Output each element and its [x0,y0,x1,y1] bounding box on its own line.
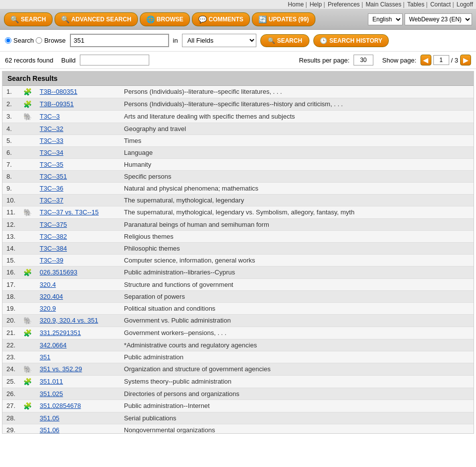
row-link-cell[interactable]: T3B--09351 [36,98,120,111]
no-icon [19,123,36,135]
result-link[interactable]: T3C--39 [40,257,63,264]
row-link-cell[interactable]: T3B--080351 [36,86,120,98]
table-row: 15.T3C--39Computer science, information,… [2,255,474,267]
search-radio-label[interactable]: Search [13,37,34,44]
nav-tables-link[interactable]: Tables [407,1,424,8]
row-number: 26. [2,388,19,400]
row-link-cell[interactable]: 351.06 [36,424,120,434]
row-number: 16. [2,267,19,279]
prev-page-button[interactable]: ◀ [420,55,431,66]
result-link[interactable]: T3C--37 vs. T3C--15 [40,208,99,216]
nav-home-link[interactable]: Home [288,1,304,8]
browse-button[interactable]: 🌐 Browse [140,12,190,26]
nav-help-link[interactable]: Help [309,1,322,8]
row-link-cell[interactable]: 331.25291351 [36,327,120,339]
do-search-button[interactable]: 🔍 Search [260,34,310,47]
nav-preferences-link[interactable]: Preferences [328,1,360,8]
row-link-cell[interactable]: 320.9 [36,303,120,315]
row-link-cell[interactable]: T3C--382 [36,231,120,243]
row-link-cell[interactable]: 320.404 [36,291,120,303]
result-link[interactable]: 351 vs. 352.29 [40,365,82,373]
row-link-cell[interactable]: 351.025 [36,388,120,400]
result-link[interactable]: 351 [40,353,51,361]
search-input[interactable] [70,34,169,47]
row-link-cell[interactable]: 351 vs. 352.29 [36,363,120,376]
row-number: 22. [2,339,19,351]
search-action-icon: 🔍 [268,37,275,44]
advanced-search-button[interactable]: 🔍 Advanced Search [55,12,138,26]
result-link[interactable]: T3C--351 [40,173,67,180]
result-link[interactable]: 331.25291351 [40,329,81,336]
browse-radio[interactable] [36,37,42,44]
row-link-cell[interactable]: T3C--3 [36,111,120,123]
result-link[interactable]: T3C--384 [40,245,67,252]
row-link-cell[interactable]: T3C--33 [36,135,120,147]
edition-select[interactable]: WebDewey 23 (EN) [405,13,472,25]
table-row: 13.T3C--382Religious themes [2,231,474,243]
result-link[interactable]: 342.0664 [40,341,66,349]
row-link-cell[interactable]: 351 [36,351,120,363]
per-page-input[interactable] [354,55,373,66]
row-link-cell[interactable]: T3C--351 [36,171,120,183]
result-link[interactable]: T3B--09351 [40,100,74,108]
row-link-cell[interactable]: 320.9, 320.4 vs. 351 [36,315,120,327]
field-select[interactable]: All Fields Number Heading [182,34,256,47]
row-link-cell[interactable]: 351.05 [36,412,120,424]
result-link[interactable]: T3B--080351 [40,88,77,95]
row-description: Geography and travel [120,123,474,135]
language-select[interactable]: English [368,13,403,25]
search-button[interactable]: 🔍 Search [4,12,53,26]
result-link[interactable]: 351.025 [40,390,63,398]
row-link-cell[interactable]: 026.3515693 [36,267,120,279]
result-link[interactable]: T3C--32 [40,125,63,133]
row-link-cell[interactable]: T3C--36 [36,183,120,195]
next-page-button[interactable]: ▶ [460,55,471,66]
result-link[interactable]: 351.011 [40,378,63,385]
result-link[interactable]: 351.06 [40,426,60,433]
result-link[interactable]: T3C--36 [40,185,63,192]
row-number: 1. [2,86,19,98]
result-link[interactable]: 026.3515693 [40,268,77,276]
row-link-cell[interactable]: T3C--32 [36,123,120,135]
result-link[interactable]: 351.02854678 [40,402,81,409]
result-link[interactable]: T3C--382 [40,233,67,240]
build-input[interactable] [80,55,149,66]
nav-contact-link[interactable]: Contact [430,1,451,8]
results-scroll-area[interactable]: 1.🧩T3B--080351Persons (Individuals)--lit… [2,86,474,433]
row-link-cell[interactable]: 342.0664 [36,339,120,351]
result-link[interactable]: T3C--33 [40,137,63,144]
updates-button[interactable]: 🔄 Updates (99) [252,12,315,26]
result-link[interactable]: T3C--3 [40,113,60,120]
nav-logoff-link[interactable]: Logoff [457,1,473,8]
row-link-cell[interactable]: 320.4 [36,279,120,291]
row-link-cell[interactable]: T3C--375 [36,219,120,231]
page-input[interactable] [433,55,449,65]
result-link[interactable]: 320.9 [40,305,56,312]
search-radio[interactable] [5,37,11,44]
advanced-search-icon: 🔍 [61,15,69,23]
no-icon [19,388,36,400]
row-description: Language [120,147,474,159]
result-link[interactable]: T3C--375 [40,221,67,228]
result-link[interactable]: T3C--35 [40,161,63,168]
puzzle-icon: 🧩 [19,400,36,412]
result-link[interactable]: 320.4 [40,281,56,288]
search-history-button[interactable]: 🕒 Search History [313,34,389,47]
comments-button[interactable]: 💬 Comments [192,12,250,26]
result-link[interactable]: T3C--34 [40,149,63,156]
row-link-cell[interactable]: 351.02854678 [36,400,120,412]
row-link-cell[interactable]: T3C--37 [36,195,120,206]
result-link[interactable]: 320.404 [40,293,63,300]
result-link[interactable]: 320.9, 320.4 vs. 351 [40,317,98,324]
result-link[interactable]: 351.05 [40,414,60,422]
result-link[interactable]: T3C--37 [40,197,63,204]
row-link-cell[interactable]: T3C--34 [36,147,120,159]
row-link-cell[interactable]: T3C--37 vs. T3C--15 [36,206,120,219]
row-link-cell[interactable]: T3C--35 [36,159,120,171]
row-description: Structure and functions of government [120,279,474,291]
row-link-cell[interactable]: T3C--39 [36,255,120,267]
row-link-cell[interactable]: T3C--384 [36,243,120,255]
nav-mainclasses-link[interactable]: Main Classes [365,1,401,8]
browse-radio-label[interactable]: Browse [44,37,65,44]
row-link-cell[interactable]: 351.011 [36,376,120,388]
